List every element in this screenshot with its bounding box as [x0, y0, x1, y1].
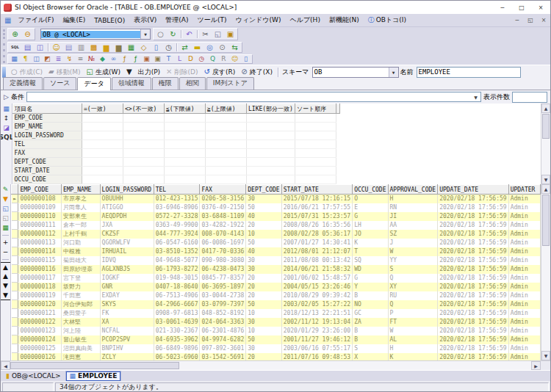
- data-cell[interactable]: 20: [246, 274, 281, 283]
- data-cell[interactable]: G: [353, 212, 388, 221]
- filter-condition-cell[interactable]: [82, 123, 123, 131]
- find-object-icon[interactable]: ◎: [204, 42, 216, 53]
- data-cell[interactable]: 2014/06/21 21:58:32: [281, 265, 353, 274]
- data-cell[interactable]: 2020/02/18 17:56:59: [438, 283, 509, 291]
- data-cell[interactable]: 044-777-3924: [154, 230, 200, 239]
- data-cell[interactable]: Admin: [508, 247, 540, 256]
- table-row[interactable]: 0000000111倉本一郎JXA0363-49-990003-4282-192…: [12, 221, 541, 230]
- data-cell[interactable]: 0000000119: [18, 291, 61, 300]
- data-cell[interactable]: 03-8510-1352: [154, 247, 200, 256]
- data-cell[interactable]: 2015/07/31 15:23:57: [281, 212, 353, 221]
- data-cell[interactable]: 0000000108: [18, 195, 61, 203]
- data-cell[interactable]: S: [388, 265, 438, 274]
- data-cell[interactable]: 菊田雄大: [61, 256, 100, 265]
- filter-condition-cell[interactable]: [247, 114, 295, 123]
- data-cell[interactable]: 上村千鶴: [61, 230, 100, 239]
- scroll-down-icon[interactable]: ▼: [541, 175, 550, 184]
- data-cell[interactable]: H: [388, 195, 438, 203]
- data-cell[interactable]: W: [388, 247, 438, 256]
- toolbar-grip[interactable]: [3, 29, 5, 39]
- row-header[interactable]: [12, 318, 18, 327]
- row-header[interactable]: [12, 212, 18, 221]
- filter-condition-cell[interactable]: [165, 149, 206, 158]
- column-header-emp_name[interactable]: EMP_NAME: [61, 185, 100, 195]
- filter-condition-cell[interactable]: [295, 149, 336, 158]
- data-cell[interactable]: K: [388, 353, 438, 361]
- table-row[interactable]: 0000000114中根雅IRHUAIL03-8510-13520417-70-…: [12, 247, 541, 256]
- revert-button[interactable]: ↺戻す(R): [201, 67, 238, 78]
- data-cell[interactable]: 2007/01/27 14:30:41: [281, 239, 353, 247]
- data-cell[interactable]: 04-9648-5077: [154, 256, 200, 265]
- data-cell[interactable]: 2020/02/18 17:56:59: [438, 203, 509, 212]
- data-cell[interactable]: Admin: [508, 274, 540, 283]
- row-header[interactable]: ►: [12, 195, 18, 203]
- table-row[interactable]: 0000000120河合伊知郎SKYS04-2966-666703-0799-7…: [12, 300, 541, 309]
- data-cell[interactable]: 008-070-4143: [200, 230, 246, 239]
- data-cell[interactable]: 30: [246, 344, 281, 353]
- data-cell[interactable]: 0572-27-3328: [154, 212, 200, 221]
- data-cell[interactable]: 0206-58-3156: [200, 195, 246, 203]
- filter-condition-cell[interactable]: [123, 167, 165, 175]
- output-button[interactable]: 出力(P): [135, 67, 163, 78]
- condition-combobox[interactable]: ▼: [26, 92, 481, 102]
- toggle-condition-icon[interactable]: ↕: [1, 114, 11, 123]
- generate-button[interactable]: ◱生成(W): [84, 67, 123, 78]
- data-cell[interactable]: 10: [246, 327, 281, 335]
- data-cell[interactable]: LH: [353, 221, 388, 230]
- scrollbar-thumb[interactable]: [542, 195, 550, 246]
- table-object-icon[interactable]: ▦: [9, 55, 20, 64]
- package-icon[interactable]: ◇: [137, 42, 150, 53]
- data-cell[interactable]: 2020/02/18 17:56:59: [438, 265, 509, 274]
- queue-object-icon[interactable]: Q: [207, 55, 218, 64]
- minimize-button[interactable]: ─: [493, 1, 512, 14]
- filter-condition-cell[interactable]: [123, 149, 165, 158]
- data-cell[interactable]: 048-852-8192: [200, 309, 246, 318]
- user-object-icon[interactable]: ☺: [229, 55, 240, 64]
- row-header[interactable]: [12, 239, 18, 247]
- row-header[interactable]: [12, 203, 18, 212]
- data-cell[interactable]: W: [388, 327, 438, 335]
- data-cell[interactable]: 2020/02/18 17:56:59: [438, 309, 509, 318]
- data-cell[interactable]: 0407-18-8640: [154, 283, 200, 291]
- data-cell[interactable]: 06-5023-6960: [154, 353, 200, 361]
- data-cell[interactable]: 0000000111: [18, 221, 61, 230]
- table-row[interactable]: 0000000115菊田雄大IDVQ04-9648-5077090-980-30…: [12, 256, 541, 265]
- data-cell[interactable]: Admin: [508, 203, 540, 212]
- row-header[interactable]: [12, 274, 18, 283]
- toolbar-grip[interactable]: [3, 55, 5, 63]
- row-header[interactable]: [12, 344, 18, 353]
- filter-condition-cell[interactable]: [206, 131, 247, 140]
- filter-condition-cell[interactable]: [247, 158, 295, 167]
- data-cell[interactable]: WD: [353, 265, 388, 274]
- chevron-down-icon[interactable]: ▼: [471, 92, 480, 101]
- mview-object-icon[interactable]: ◩: [42, 55, 53, 64]
- data-cell[interactable]: 2011/08/08 00:13:42: [281, 256, 353, 265]
- table-row[interactable]: 0000000109片岡隼人ATIGGO03-6946-89060376-49-…: [12, 203, 541, 212]
- data-cell[interactable]: 30: [246, 318, 281, 327]
- data-cell[interactable]: 2020/02/18 17:56:59: [438, 327, 509, 335]
- column-header-start_date[interactable]: START_DATE: [281, 185, 353, 195]
- data-cell[interactable]: 0417-70-0336: [200, 247, 246, 256]
- data-cell[interactable]: 2010/08/29 09:39:42: [281, 291, 353, 300]
- data-cell[interactable]: AEQDPDH: [100, 212, 154, 221]
- procedure-object-icon[interactable]: ƒ: [119, 55, 130, 64]
- filter-condition-cell[interactable]: [295, 158, 336, 167]
- data-cell[interactable]: 10: [246, 230, 281, 239]
- data-cell[interactable]: AGLXNBJS: [100, 265, 154, 274]
- data-cell[interactable]: AL: [388, 335, 438, 344]
- scroll-left-icon[interactable]: ◀: [1, 361, 10, 370]
- data-cell[interactable]: P: [388, 309, 438, 318]
- data-cell[interactable]: Q: [388, 300, 438, 309]
- filter-condition-cell[interactable]: [247, 140, 295, 149]
- data-cell[interactable]: 20: [246, 291, 281, 300]
- package-body-object-icon[interactable]: ▣: [152, 55, 163, 64]
- index-object-icon[interactable]: ≣: [53, 55, 64, 64]
- data-cell[interactable]: T: [353, 247, 388, 256]
- filter-condition-cell[interactable]: [206, 158, 247, 167]
- data-cell[interactable]: Admin: [508, 265, 540, 274]
- data-cell[interactable]: 0908-97-6813: [154, 309, 200, 318]
- data-cell[interactable]: Admin: [508, 344, 540, 353]
- connection-combobox[interactable]: OB @ <LOCAL> ▼: [40, 29, 151, 40]
- data-cell[interactable]: 0000000110: [18, 212, 61, 221]
- mdi-close-button[interactable]: ×: [537, 15, 550, 26]
